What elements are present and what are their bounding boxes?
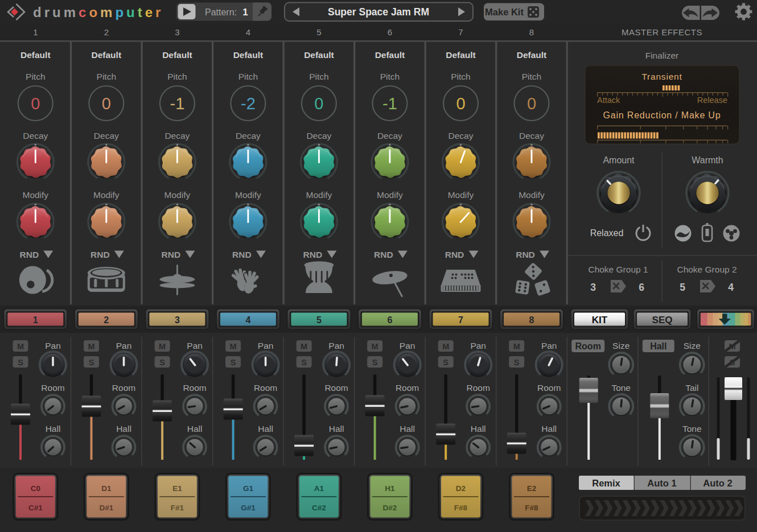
svg-text:7: 7: [458, 27, 463, 37]
svg-text:Default: Default: [233, 50, 264, 60]
svg-text:2: 2: [104, 315, 109, 325]
svg-text:M: M: [17, 342, 24, 351]
svg-text:Room: Room: [183, 383, 206, 393]
svg-text:C#2: C#2: [312, 504, 326, 512]
svg-text:3: 3: [590, 282, 596, 293]
svg-text:Room: Room: [41, 383, 64, 393]
svg-text:Default: Default: [517, 50, 547, 60]
svg-text:RND: RND: [232, 250, 252, 259]
svg-text:Pan: Pan: [470, 341, 486, 350]
svg-text:Pan: Pan: [258, 341, 274, 350]
svg-text:Amount: Amount: [603, 155, 635, 165]
svg-text:G1: G1: [243, 484, 254, 493]
svg-text:M: M: [230, 342, 237, 351]
svg-text:Modify: Modify: [22, 190, 48, 200]
svg-text:0: 0: [456, 94, 465, 113]
svg-text:G#1: G#1: [241, 504, 256, 512]
svg-text:Hall: Hall: [187, 424, 203, 434]
svg-text:5: 5: [316, 315, 322, 325]
svg-text:4: 4: [245, 315, 250, 325]
svg-text:Room: Room: [324, 383, 348, 393]
svg-text:Decay: Decay: [306, 131, 331, 141]
svg-text:Decay: Decay: [236, 131, 261, 141]
svg-text:Hall: Hall: [471, 424, 486, 434]
svg-text:Pan: Pan: [328, 341, 344, 350]
svg-text:Choke Group 2: Choke Group 2: [677, 265, 737, 274]
svg-text:Default: Default: [162, 50, 192, 60]
svg-text:D2: D2: [456, 484, 466, 493]
svg-text:E2: E2: [527, 484, 537, 493]
svg-text:Default: Default: [304, 50, 334, 60]
svg-text:0: 0: [31, 94, 40, 113]
svg-text:-1: -1: [170, 94, 185, 113]
svg-text:Decay: Decay: [23, 131, 48, 141]
svg-text:S: S: [514, 358, 520, 367]
svg-text:Pitch: Pitch: [167, 72, 187, 81]
svg-text:Decay: Decay: [449, 131, 474, 141]
svg-text:Pitch: Pitch: [309, 72, 328, 81]
svg-text:drumcomputer: drumcomputer: [33, 5, 163, 20]
svg-text:Pitch: Pitch: [26, 72, 45, 81]
svg-text:0: 0: [527, 94, 536, 113]
svg-text:Default: Default: [375, 50, 405, 60]
svg-text:Modify: Modify: [306, 190, 332, 200]
svg-text:RND: RND: [516, 250, 535, 259]
svg-text:Decay: Decay: [377, 131, 402, 141]
svg-text:0: 0: [314, 94, 323, 113]
svg-text:Remix: Remix: [592, 478, 620, 488]
svg-text:Room: Room: [467, 383, 490, 393]
svg-text:Transient: Transient: [641, 72, 682, 81]
svg-text:Modify: Modify: [377, 190, 403, 200]
svg-text:Hall: Hall: [329, 424, 344, 434]
svg-text:Modify: Modify: [235, 190, 261, 200]
svg-text:Decay: Decay: [519, 131, 544, 141]
svg-text:-2: -2: [241, 94, 256, 113]
svg-text:M: M: [729, 342, 735, 351]
svg-text:0: 0: [102, 94, 111, 113]
svg-text:3: 3: [175, 27, 179, 37]
svg-text:4: 4: [728, 282, 734, 293]
svg-text:Super Space Jam RM: Super Space Jam RM: [328, 6, 429, 18]
svg-text:Pan: Pan: [187, 341, 203, 350]
svg-text:S: S: [231, 358, 236, 367]
svg-text:E1: E1: [172, 484, 182, 493]
svg-text:Pitch: Pitch: [522, 72, 541, 81]
svg-text:Pan: Pan: [400, 341, 415, 350]
svg-text:RND: RND: [445, 250, 464, 259]
svg-text:M: M: [372, 342, 378, 351]
svg-text:S: S: [159, 358, 165, 367]
svg-text:Pattern:: Pattern:: [205, 7, 237, 17]
svg-text:Relaxed: Relaxed: [590, 228, 624, 238]
svg-text:6: 6: [387, 315, 392, 325]
svg-text:Pitch: Pitch: [238, 72, 258, 81]
svg-text:Room: Room: [396, 383, 419, 393]
svg-text:Modify: Modify: [164, 190, 191, 200]
svg-text:RND: RND: [162, 250, 181, 259]
svg-text:S: S: [301, 358, 307, 367]
svg-text:Release: Release: [697, 96, 727, 105]
svg-text:5: 5: [316, 27, 321, 37]
svg-text:C0: C0: [31, 484, 40, 493]
svg-text:A1: A1: [314, 484, 324, 493]
svg-text:2: 2: [104, 27, 109, 37]
svg-text:S: S: [372, 358, 378, 367]
svg-text:Hall: Hall: [258, 424, 273, 434]
svg-text:Auto 2: Auto 2: [703, 478, 732, 488]
svg-text:F#8: F#8: [525, 504, 538, 512]
svg-text:4: 4: [246, 27, 250, 37]
svg-text:Warmth: Warmth: [692, 155, 723, 165]
svg-text:Default: Default: [446, 50, 476, 60]
svg-text:M: M: [442, 342, 449, 351]
svg-text:7: 7: [458, 315, 463, 325]
svg-text:Tone: Tone: [611, 383, 631, 393]
svg-text:SEQ: SEQ: [652, 315, 673, 325]
svg-text:S: S: [730, 358, 735, 367]
svg-text:-1: -1: [382, 94, 397, 113]
svg-text:M: M: [159, 342, 166, 351]
svg-text:F#8: F#8: [454, 504, 468, 512]
svg-text:Auto 1: Auto 1: [647, 478, 676, 488]
svg-text:Decay: Decay: [164, 131, 190, 141]
svg-text:1: 1: [242, 7, 248, 18]
svg-text:Room: Room: [254, 383, 277, 393]
svg-text:1: 1: [33, 27, 38, 37]
